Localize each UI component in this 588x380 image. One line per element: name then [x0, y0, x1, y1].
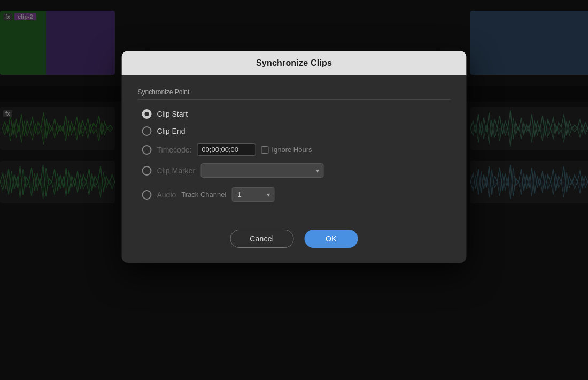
dialog-header: Synchronize Clips: [122, 51, 467, 75]
track-channel-dropdown-wrapper: 1: [231, 187, 274, 202]
dialog-title: Synchronize Clips: [256, 58, 332, 67]
track-channel-label: Track Channel: [181, 191, 226, 199]
ignore-hours-label: Ignore Hours: [272, 146, 312, 154]
clip-marker-label: Clip Marker: [157, 166, 196, 175]
timecode-input[interactable]: [197, 143, 256, 156]
timecode-label: Timecode:: [157, 146, 192, 154]
section-label: Synchronize Point: [138, 88, 451, 100]
timecode-row[interactable]: Timecode: Ignore Hours: [138, 141, 451, 158]
track-channel-dropdown[interactable]: 1: [231, 187, 274, 202]
ok-button[interactable]: OK: [304, 230, 358, 248]
clip-end-radio[interactable]: [142, 126, 152, 136]
clip-end-row[interactable]: Clip End: [138, 124, 451, 138]
synchronize-clips-dialog: Synchronize Clips Synchronize Point Clip…: [122, 51, 467, 263]
clip-start-radio[interactable]: [142, 109, 152, 119]
audio-label: Audio: [157, 191, 176, 199]
ignore-hours-checkbox[interactable]: [261, 146, 268, 154]
ignore-hours-row[interactable]: Ignore Hours: [261, 146, 312, 154]
clip-marker-dropdown[interactable]: [200, 163, 323, 178]
clip-marker-dropdown-wrapper: [200, 163, 323, 178]
clip-marker-radio[interactable]: [142, 166, 152, 176]
dialog-body: Synchronize Point Clip Start Clip End Ti…: [122, 75, 467, 224]
clip-marker-row[interactable]: Clip Marker: [138, 161, 451, 180]
sync-options-group: Clip Start Clip End Timecode: Ignore Hou…: [138, 107, 451, 204]
dialog-footer: Cancel OK: [122, 224, 467, 263]
clip-start-row[interactable]: Clip Start: [138, 107, 451, 121]
audio-radio[interactable]: [142, 190, 152, 200]
audio-row[interactable]: Audio Track Channel 1: [138, 185, 451, 204]
cancel-button[interactable]: Cancel: [230, 230, 293, 248]
clip-start-label: Clip Start: [157, 110, 188, 118]
timecode-radio[interactable]: [142, 145, 152, 155]
clip-end-label: Clip End: [157, 127, 185, 135]
